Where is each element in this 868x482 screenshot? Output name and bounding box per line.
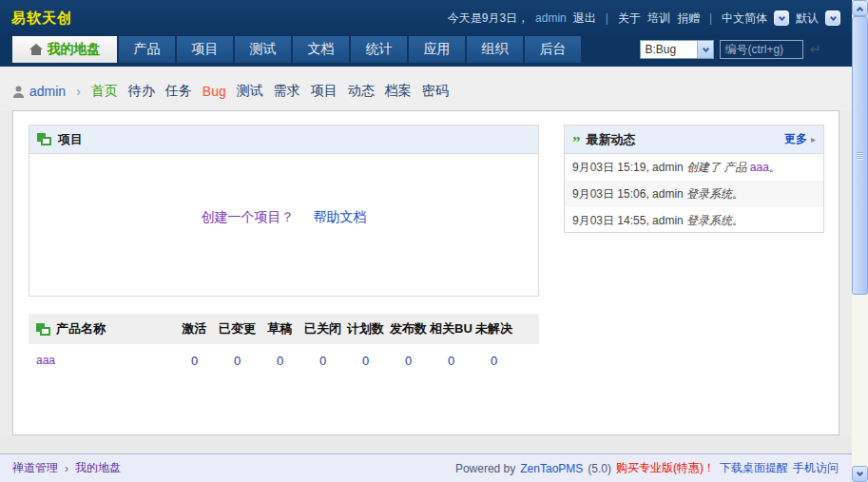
tab-report[interactable]: 统计 [351,36,407,63]
language-label: 中文简体 [722,10,767,27]
column-header-changed: 已变更 [216,320,259,337]
cell-plans[interactable]: 0 [344,354,387,368]
column-header-releases: 发布数 [387,320,430,337]
create-project-link[interactable]: 创建一个项目？ [202,209,295,224]
menu-item-todo[interactable]: 待办 [128,83,155,100]
tab-doc[interactable]: 文档 [293,36,349,63]
activity-panel-header: ” 最新动态 更多 ▸ [565,125,823,154]
column-header-closed: 已关闭 [301,320,344,337]
chevron-down-icon [703,45,709,51]
footer-crumb-zentao[interactable]: 禅道管理 [12,460,58,476]
person-icon [12,86,25,98]
vertical-scrollbar[interactable] [852,0,868,482]
more-link[interactable]: 更多 ▸ [784,131,816,147]
tab-label: 文档 [308,41,335,58]
activity-action: 登录系统 [686,187,732,201]
activity-action: 创建了 产品 [686,161,746,174]
menu-item-project[interactable]: 项目 [311,83,338,100]
menu-item-story[interactable]: 需求 [274,83,300,100]
scrollbar-grip [857,152,863,160]
footer-right: Powered by ZenTaoPMS (5.0) 购买专业版(特惠)！ 下载… [455,460,839,476]
menu-item-profile[interactable]: 档案 [385,83,412,100]
scroll-up-button[interactable] [852,0,868,16]
mobile-access-link[interactable]: 手机访问 [793,460,839,476]
arrow-right-icon: ▸ [811,134,816,145]
windows-icon [37,132,52,146]
tab-label: 后台 [540,41,567,58]
activity-actor: admin [652,161,684,174]
search-go-button[interactable]: ↵ [809,40,821,59]
language-dropdown-button[interactable] [774,10,789,26]
search-module-select[interactable]: B:Bug [640,40,714,59]
tab-project[interactable]: 项目 [177,36,233,63]
cell-related-bugs[interactable]: 0 [430,354,473,368]
activity-actor: admin [652,214,684,227]
scroll-down-button[interactable] [852,466,868,482]
help-doc-link[interactable]: 帮助文档 [313,209,366,224]
tab-organization[interactable]: 组织 [467,36,523,63]
cell-draft[interactable]: 0 [259,354,301,368]
activity-time: 9月03日 14:55, [572,214,649,227]
cell-closed[interactable]: 0 [301,354,344,368]
app-logo: 易软天创 [11,10,72,28]
cell-active[interactable]: 0 [173,354,216,368]
activity-suffix: 。 [732,187,743,201]
theme-label: 默认 [796,10,819,27]
cell-changed[interactable]: 0 [216,354,259,368]
footer-crumb-dashboard[interactable]: 我的地盘 [75,460,121,476]
select-dropdown-button[interactable] [697,41,713,58]
tab-app[interactable]: 应用 [409,36,465,63]
cell-unresolved[interactable]: 0 [473,354,515,368]
powered-by-label: Powered by [455,462,515,475]
column-header-draft: 草稿 [259,320,301,337]
tab-admin[interactable]: 后台 [525,36,581,63]
more-label: 更多 [784,131,807,147]
activity-row: 9月03日 15:06, admin 登录系统。 [565,181,823,207]
training-link[interactable]: 培训 [647,10,670,27]
tab-label: 应用 [424,41,451,58]
main-content: 项目 创建一个项目？ 帮助文档 ” 最新动态 更多 ▸ [0,110,852,435]
project-panel-body: 创建一个项目？ 帮助文档 [29,154,538,226]
column-header-product-name: 产品名称 [56,320,106,337]
activity-suffix: 。 [732,214,743,227]
about-link[interactable]: 关于 [618,10,641,27]
tab-label: 项目 [192,41,219,58]
menu-item-password[interactable]: 密码 [422,83,449,100]
menu-item-task[interactable]: 任务 [165,83,192,100]
logout-link[interactable]: 退出 [573,10,596,27]
user-menu[interactable]: admin [12,84,66,99]
home-icon [29,44,43,55]
current-user-link[interactable]: admin [535,11,567,25]
tab-my-dashboard[interactable]: 我的地盘 [12,36,117,63]
table-row: aaa 0 0 0 0 0 0 0 0 [29,344,539,376]
zentao-page: 易软天创 今天是9月3日， admin 退出 | 关于 培训 捐赠 | 中文简体… [0,0,868,482]
theme-dropdown-button[interactable] [825,10,840,26]
menu-item-dynamic[interactable]: 动态 [348,83,375,100]
activity-row: 9月03日 14:55, admin 登录系统。 [565,207,823,234]
zentao-link[interactable]: ZenTaoPMS [520,462,583,475]
tab-label: 组织 [482,41,509,58]
activity-row: 9月03日 15:19, admin 创建了 产品 aaa。 [565,154,823,181]
top-bar: 易软天创 今天是9月3日， admin 退出 | 关于 培训 捐赠 | 中文简体… [0,0,852,36]
menu-item-test[interactable]: 测试 [237,83,263,100]
tab-label: 我的地盘 [48,41,101,58]
chevron-down-icon [778,13,784,20]
menu-item-home[interactable]: 首页 [91,83,118,100]
separator: | [606,11,608,25]
activity-actor: admin [652,187,684,201]
menu-item-bug[interactable]: Bug [203,84,226,99]
search-id-input[interactable] [720,40,803,59]
project-panel: 项目 创建一个项目？ 帮助文档 [29,125,539,297]
chevron-down-icon [857,470,863,476]
tab-test[interactable]: 测试 [235,36,291,63]
product-name-link[interactable]: aaa [36,354,55,367]
product-table: 产品名称 激活 已变更 草稿 已关闭 计划数 发布数 相关BUG 未解决 aaa… [29,314,539,376]
cell-releases[interactable]: 0 [387,354,430,368]
buy-pro-link[interactable]: 购买专业版(特惠)！ [616,460,715,476]
scrollbar-thumb[interactable] [852,16,868,295]
windows-icon [36,322,51,337]
tab-product[interactable]: 产品 [119,36,175,63]
donate-link[interactable]: 捐赠 [677,10,700,27]
activity-object-link[interactable]: aaa [750,161,769,174]
desktop-reminder-link[interactable]: 下载桌面提醒 [720,460,788,476]
